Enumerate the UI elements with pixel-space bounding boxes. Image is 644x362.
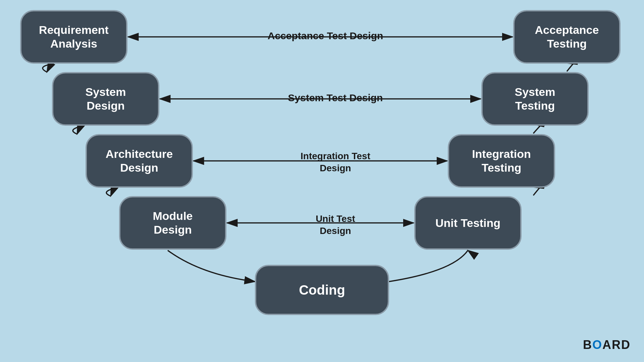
integration-testing-label: IntegrationTesting xyxy=(472,147,531,175)
unit-testing-node: Unit Testing xyxy=(414,196,522,250)
system-test-design-label: System Test Design xyxy=(235,92,436,104)
system-testing-label: SystemTesting xyxy=(515,85,555,113)
coding-label: Coding xyxy=(299,282,345,298)
logo-o: O xyxy=(592,338,602,352)
board-logo: BOARD xyxy=(583,338,631,352)
acceptance-testing-node: AcceptanceTesting xyxy=(513,10,621,64)
diagram-container: RequirementAnalysis AcceptanceTesting Sy… xyxy=(0,0,644,362)
unit-test-design-label: Unit TestDesign xyxy=(268,213,402,237)
module-design-label: ModuleDesign xyxy=(153,209,193,237)
module-design-node: ModuleDesign xyxy=(119,196,226,250)
architecture-design-label: ArchitectureDesign xyxy=(106,147,173,175)
unit-testing-label: Unit Testing xyxy=(435,216,500,230)
requirement-analysis-node: RequirementAnalysis xyxy=(20,10,127,64)
integration-testing-node: IntegrationTesting xyxy=(448,134,555,188)
integration-test-design-label: Integration TestDesign xyxy=(241,150,429,175)
system-testing-node: SystemTesting xyxy=(481,72,589,126)
coding-node: Coding xyxy=(255,265,389,315)
acceptance-test-design-label: Acceptance Test Design xyxy=(208,30,443,42)
requirement-analysis-label: RequirementAnalysis xyxy=(39,23,109,51)
architecture-design-node: ArchitectureDesign xyxy=(86,134,193,188)
system-design-label: SystemDesign xyxy=(86,85,126,113)
acceptance-testing-label: AcceptanceTesting xyxy=(535,23,599,51)
system-design-node: SystemDesign xyxy=(52,72,159,126)
